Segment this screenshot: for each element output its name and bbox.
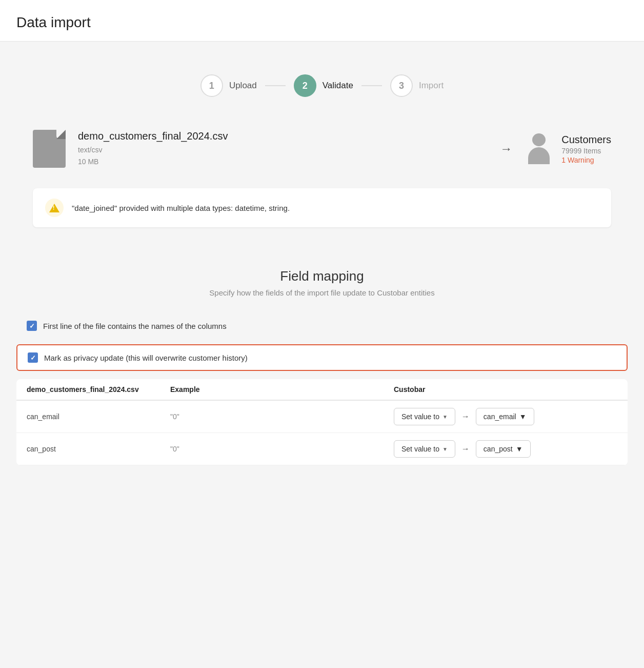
file-info-area: demo_customers_final_2024.csv text/csv 1… [33,117,611,180]
step-1-circle: 1 [200,74,223,97]
step-divider-1 [265,85,286,86]
table-row: can_email "0" Set value to ▼ → can_email… [16,401,628,433]
step-divider-2 [361,85,382,86]
file-size: 10 MB [78,156,488,167]
destination-details: Customers 79999 Items 1 Warning [561,134,611,164]
stepper: 1 Upload 2 Validate 3 Import [33,74,611,97]
warning-text: "date_joined" provided with multiple dat… [72,204,290,212]
destination-name: Customers [561,134,611,146]
privacy-update-checkbox[interactable] [28,352,38,363]
person-body [528,147,550,164]
step-2-circle: 2 [294,74,316,97]
warning-triangle-icon [45,199,64,217]
file-icon [33,130,66,168]
arrow-icon: → [500,142,512,156]
mapping-controls-can-post: Set value to ▼ → can_post ▼ [394,440,617,458]
step-1: 1 Upload [200,74,257,97]
field-mapping-title: Field mapping [16,268,628,284]
triangle-shape [49,204,59,212]
example-can-post: "0" [170,445,394,453]
warning-box: "date_joined" provided with multiple dat… [33,188,611,227]
set-value-to-button-can-email[interactable]: Set value to ▼ [394,408,455,425]
map-arrow-icon: → [461,412,470,421]
mapping-controls-can-email: Set value to ▼ → can_email ▼ [394,408,617,425]
field-can-email: can_email [27,412,170,421]
col-header-example: Example [170,385,394,394]
example-can-email: "0" [170,412,394,421]
person-icon [525,133,553,164]
step-2-label: Validate [323,81,353,91]
chevron-down-icon: ▼ [442,446,448,452]
field-mapping-header: Field mapping Specify how the fields of … [16,268,628,297]
col-header-file: demo_customers_final_2024.csv [27,385,170,394]
step-1-label: Upload [229,81,257,91]
mapping-table: demo_customers_final_2024.csv Example Cu… [16,379,628,465]
step-2: 2 Validate [294,74,353,97]
col-header-custobar: Custobar [394,385,617,394]
chevron-down-icon: ▼ [442,414,448,420]
destination-warning: 1 Warning [561,156,611,164]
top-card: 1 Upload 2 Validate 3 Import [16,58,628,260]
destination-area: Customers 79999 Items 1 Warning [525,133,611,164]
first-line-checkbox[interactable] [27,321,37,331]
step-3: 3 Import [390,74,444,97]
custobar-field-button-can-email[interactable]: can_email ▼ [476,408,534,425]
person-head [532,133,546,146]
field-can-post: can_post [27,445,170,453]
chevron-down-icon: ▼ [516,445,523,453]
chevron-down-icon: ▼ [519,412,527,421]
first-line-label: First line of the file contains the name… [43,322,227,330]
file-details: demo_customers_final_2024.csv text/csv 1… [78,130,488,167]
privacy-update-label: Mark as privacy update (this will overwr… [44,353,248,362]
privacy-update-checkbox-row: Mark as privacy update (this will overwr… [16,344,628,371]
table-row: can_post "0" Set value to ▼ → can_post ▼ [16,433,628,465]
page-header: Data import [0,0,644,42]
set-value-to-button-can-post[interactable]: Set value to ▼ [394,440,455,458]
destination-items: 79999 Items [561,147,611,155]
field-mapping-section: Field mapping Specify how the fields of … [16,268,628,465]
map-arrow-icon: → [461,444,470,454]
step-3-circle: 3 [390,74,413,97]
first-line-checkbox-row: First line of the file contains the name… [16,313,628,338]
field-mapping-subtitle: Specify how the fields of the import fil… [16,288,628,297]
step-3-label: Import [419,81,444,91]
main-content: 1 Upload 2 Validate 3 Import [0,42,644,668]
table-header: demo_customers_final_2024.csv Example Cu… [16,379,628,401]
file-type: text/csv [78,144,488,155]
file-name: demo_customers_final_2024.csv [78,130,488,142]
page-title: Data import [16,14,628,31]
custobar-field-button-can-post[interactable]: can_post ▼ [476,440,531,458]
